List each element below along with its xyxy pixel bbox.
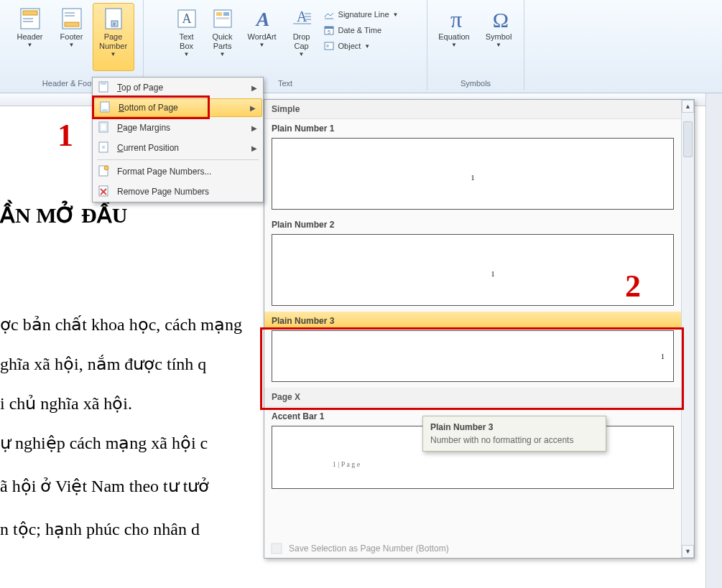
svg-text:Ω: Ω [493,8,509,32]
equation-icon: π [442,6,466,31]
page-number-gallery: Simple Plain Number 1 1 Plain Number 2 1… [264,99,695,559]
text-box-button[interactable]: A Text Box ▼ [169,3,205,71]
menu-top-of-page[interactable]: Top of Page ▶ [93,78,263,98]
svg-text:5: 5 [328,29,330,34]
object-label: Object [338,42,361,50]
svg-rect-44 [272,543,282,554]
gallery-section-header: Page X [264,388,681,407]
quick-parts-label: Quick Parts [210,32,236,51]
page-number-button[interactable]: # Page Number ▼ [93,3,134,71]
menu-current-position[interactable]: Current Position ▶ [93,138,263,158]
signature-line-label: Signature Line [338,10,389,19]
svg-point-40 [104,166,108,170]
chevron-down-icon: ▼ [496,42,501,48]
scroll-thumb[interactable] [683,121,693,157]
page-bottom-icon [98,101,113,115]
drop-cap-button[interactable]: A Drop Cap ▼ [284,3,320,71]
equation-button[interactable]: π Equation ▼ [431,3,477,71]
right-sidebar-strip [705,93,722,588]
document-line: i chủ nghĩa xã hội. [0,393,132,414]
menu-remove-page-numbers[interactable]: Remove Page Numbers [93,182,263,202]
submenu-arrow-icon: ▶ [250,104,256,112]
tooltip: Plain Number 3 Number with no formatting… [422,416,606,452]
gallery-item-title: Plain Number 3 [264,312,681,327]
chevron-down-icon: ▼ [364,43,370,50]
svg-rect-22 [293,23,311,24]
wordart-icon: A [250,6,274,31]
page-top-icon [97,80,111,95]
footer-icon [60,6,84,31]
date-time-button[interactable]: 5 Date & Time [320,23,402,37]
quick-parts-button[interactable]: Quick Parts ▼ [205,3,241,71]
svg-rect-6 [65,12,75,14]
drop-cap-label: Drop Cap [289,32,315,51]
chevron-down-icon: ▼ [393,11,399,18]
svg-text:π: π [450,6,462,32]
save-selection-icon [270,542,283,555]
menu-label: Top of Page [117,83,163,93]
gallery-preview: 1 [272,138,674,210]
tooltip-body: Number with no formatting or accents [430,435,598,445]
gallery-item-title: Plain Number 2 [264,215,681,231]
signature-icon [323,9,335,20]
gallery-footer: Save Selection as Page Number (Bottom) [270,542,675,555]
svg-text:A: A [254,8,269,30]
svg-rect-15 [223,12,229,16]
svg-rect-34 [102,109,108,111]
document-line: ự nghiệp cách mạng xã hội c [0,433,208,453]
svg-rect-38 [102,146,105,149]
object-button[interactable]: Object ▼ [320,39,402,53]
header-label: Header [17,32,42,42]
page-margins-icon [97,121,111,135]
scroll-down-icon[interactable]: ▼ [682,545,694,558]
chevron-down-icon: ▼ [111,51,116,57]
object-icon [323,40,335,52]
footer-label: Footer [60,32,83,42]
menu-label: Remove Page Numbers [117,187,209,197]
gallery-item-plain-number-2[interactable]: Plain Number 2 1 [264,215,681,306]
submenu-arrow-icon: ▶ [251,124,257,132]
scroll-up-icon[interactable]: ▲ [682,100,694,113]
chevron-down-icon: ▼ [259,42,265,48]
menu-page-margins[interactable]: Page Margins ▶ [93,118,263,138]
gallery-item-plain-number-3[interactable]: Plain Number 3 1 [264,312,681,382]
chevron-down-icon: ▼ [27,42,33,48]
svg-rect-20 [305,16,311,17]
wordart-button[interactable]: A WordArt ▼ [241,3,284,71]
symbol-label: Symbol [486,32,512,42]
menu-format-page-numbers[interactable]: Format Page Numbers... [93,162,263,182]
preview-number: 1 [491,269,494,277]
gallery-item-plain-number-1[interactable]: Plain Number 1 1 [264,119,681,210]
chevron-down-icon: ▼ [220,51,226,57]
svg-rect-14 [216,12,222,16]
format-icon [97,164,111,179]
header-button[interactable]: Header ▼ [9,3,51,71]
chevron-down-icon: ▼ [69,42,75,48]
menu-label: Format Page Numbers... [117,167,211,177]
submenu-arrow-icon: ▶ [251,84,257,92]
text-mini-col: Signature Line ▼ 5 Date & Time Object ▼ [320,3,402,71]
group-symbols: π Equation ▼ Ω Symbol ▼ Symbols [427,0,524,90]
menu-label: Current Position [117,143,179,153]
svg-text:#: # [113,22,116,27]
menu-bottom-of-page[interactable]: Bottom of Page ▶ [93,98,262,117]
svg-rect-19 [305,13,311,14]
svg-rect-2 [23,18,33,19]
save-selection-label[interactable]: Save Selection as Page Number (Bottom) [289,543,449,554]
drop-cap-icon: A [290,6,314,31]
svg-text:A: A [182,11,191,26]
chevron-down-icon: ▼ [184,51,190,57]
gallery-scrollbar[interactable]: ▲ ▼ [681,100,694,558]
svg-rect-32 [101,83,106,85]
wordart-label: WordArt [247,32,276,42]
symbol-button[interactable]: Ω Symbol ▼ [477,3,520,71]
header-icon [18,6,42,31]
signature-line-button[interactable]: Signature Line ▼ [320,7,402,22]
menu-separator [97,159,259,160]
text-box-label: Text Box [174,32,200,51]
symbol-icon: Ω [486,6,511,31]
chevron-down-icon: ▼ [451,42,457,48]
annotation-2: 2 [625,268,641,304]
quick-parts-icon [210,6,235,31]
footer-button[interactable]: Footer ▼ [51,3,93,71]
